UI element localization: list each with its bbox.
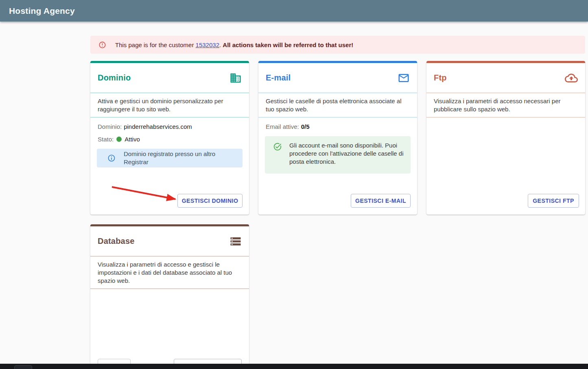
email-card-header: E-mail xyxy=(258,63,417,93)
email-available-text: Gli account e-mail sono disponibili. Puo… xyxy=(289,141,405,166)
customer-id-link[interactable]: 1532032 xyxy=(196,41,219,48)
database-card: Database Visualizza i parametri di acces… xyxy=(90,224,249,369)
app-header: Hosting Agency xyxy=(0,0,588,22)
divider xyxy=(426,117,585,117)
mail-icon xyxy=(398,72,410,84)
status-active-dot xyxy=(116,137,122,142)
dominio-card-title: Dominio xyxy=(98,73,131,82)
email-active-row: Email attive: 0/5 xyxy=(258,117,417,130)
taskbar-item[interactable] xyxy=(14,365,32,369)
gestisci-email-button[interactable]: GESTISCI E-MAIL xyxy=(351,194,411,208)
gestisci-dominio-button[interactable]: GESTISCI DOMINIO xyxy=(177,194,243,208)
storage-icon xyxy=(230,235,242,247)
ftp-card: Ftp Visualizza i parametri di accesso ne… xyxy=(426,61,585,215)
status-label: Stato: xyxy=(98,136,114,143)
database-card-title: Database xyxy=(98,237,135,246)
domain-row: Dominio: pinderrehabservices.com xyxy=(90,117,249,130)
error-outline-icon xyxy=(98,41,106,49)
ftp-card-title: Ftp xyxy=(434,73,447,82)
email-active-label: Email attive: xyxy=(266,123,299,130)
info-icon xyxy=(107,154,116,162)
cloud-upload-icon xyxy=(565,72,578,85)
domain-building-icon xyxy=(230,72,242,84)
email-active-value: 0/5 xyxy=(301,123,310,130)
domain-label: Dominio: xyxy=(98,123,122,130)
status-value: Attivo xyxy=(125,136,140,143)
app-title: Hosting Agency xyxy=(9,6,75,16)
banner-text: This page is for the customer 1532032. A… xyxy=(115,41,353,48)
ftp-description: Visualizza i parametri di accesso necess… xyxy=(426,93,585,117)
email-card-title: E-mail xyxy=(266,73,291,82)
database-card-header: Database xyxy=(90,226,249,256)
banner-bold-text: All actions taken will be referred to th… xyxy=(223,41,353,48)
email-card: E-mail Gestisci le caselle di posta elet… xyxy=(258,61,417,215)
divider xyxy=(90,289,249,289)
status-row: Stato: Attivo xyxy=(90,130,249,143)
registrar-info-text: Dominio registrato presso un altro Regis… xyxy=(124,150,237,166)
banner-text-before: This page is for the customer xyxy=(115,41,196,48)
check-circle-icon xyxy=(273,142,282,151)
registrar-info-box: Dominio registrato presso un altro Regis… xyxy=(97,149,243,167)
email-available-box: Gli account e-mail sono disponibili. Puo… xyxy=(265,136,411,174)
gestisci-ftp-button[interactable]: GESTISCI FTP xyxy=(528,194,579,208)
taskbar xyxy=(0,364,588,369)
dominio-description: Attiva e gestisci un dominio personalizz… xyxy=(90,93,249,117)
customer-warning-banner: This page is for the customer 1532032. A… xyxy=(90,36,585,54)
ftp-card-header: Ftp xyxy=(426,63,585,93)
hosting-agency-page: Hosting Agency This page is for the cust… xyxy=(0,0,588,369)
dominio-card: Dominio Attiva e gestisci un dominio per… xyxy=(90,61,249,215)
domain-value: pinderrehabservices.com xyxy=(124,123,192,130)
dominio-card-header: Dominio xyxy=(90,63,249,93)
email-description: Gestisci le caselle di posta elettronica… xyxy=(258,93,417,117)
database-description: Visualizza i parametri di accesso e gest… xyxy=(90,256,249,289)
